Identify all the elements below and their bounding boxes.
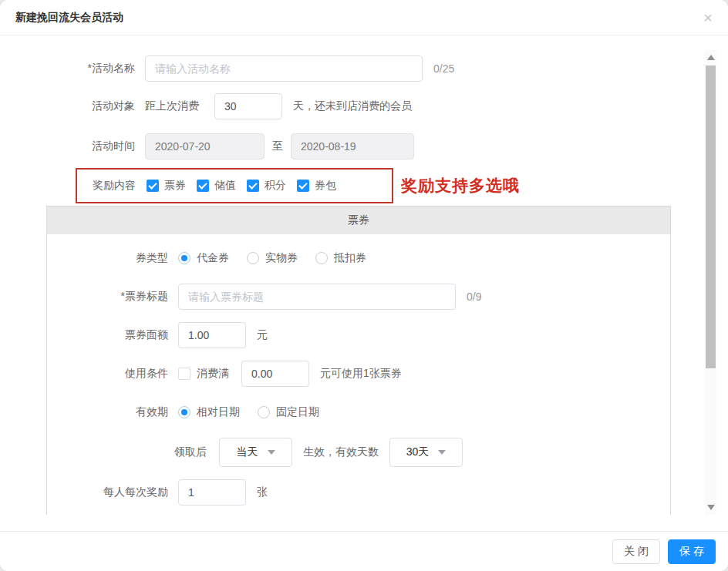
chevron-down-icon [438,450,446,455]
ticket-value-input[interactable] [178,322,246,348]
radio-icon[interactable] [247,252,259,264]
scroll-down-icon[interactable] [707,505,715,510]
reward-per-person-row: 每人每次奖励 张 [47,479,670,506]
radio-selected-icon[interactable] [178,252,190,264]
reward-count-unit: 张 [257,485,268,499]
use-condition-row: 使用条件 消费满 元可使用1张票券 [47,361,670,387]
coupon-type-deduction-voucher[interactable]: 抵扣券 [315,251,366,265]
valid-days-select[interactable]: 30天 [389,438,463,467]
validity-row: 有效期 相对日期 固定日期 [47,399,670,425]
effective-prefix: 领取后 [174,445,207,459]
reward-content-label: 奖励内容 [93,179,136,193]
ticket-panel-header: 票券 [47,207,670,234]
ticket-title-input[interactable] [178,284,456,310]
radio-icon[interactable] [258,406,270,418]
ticket-panel: 票券 券类型 代金券 实物券 抵扣券 [46,206,671,515]
ticket-title-counter: 0/9 [467,291,481,303]
save-button[interactable]: 保 存 [668,539,716,564]
coupon-type-physical-voucher[interactable]: 实物券 [247,251,298,265]
radio-icon[interactable] [315,252,328,264]
reward-option-points[interactable]: 积分 [247,179,286,193]
activity-name-label: *活动名称 [0,62,135,76]
ticket-value-unit: 元 [257,328,268,342]
end-date-input[interactable] [291,133,414,160]
close-button[interactable]: 关 闭 [612,539,660,564]
reward-option-coupon-pack[interactable]: 券包 [297,179,336,193]
chevron-down-icon [268,450,275,455]
vertical-scrollbar[interactable] [705,50,716,515]
modal-body: *活动名称 0/25 活动对象 距上次消费 天，还未到店消费的会员 活动时间 至… [0,36,728,530]
checkbox-unchecked-icon[interactable] [178,368,190,380]
validity-label: 有效期 [47,405,168,419]
effective-row: 领取后 当天 生效，有效天数 30天 [47,438,670,467]
use-condition-checkbox-label: 消费满 [197,367,229,381]
activity-target-suffix: 天，还未到店消费的会员 [293,99,412,113]
start-date-input[interactable] [145,133,265,160]
checkbox-checked-icon[interactable] [147,180,159,192]
activity-time-label: 活动时间 [0,139,135,153]
reward-content-row: 奖励内容 票券 储值 积分 券包 奖励支持多选哦 [0,168,728,203]
checkbox-checked-icon[interactable] [197,180,209,192]
use-condition-suffix: 元可使用1张票券 [320,367,402,381]
activity-name-input[interactable] [145,55,423,82]
reward-per-person-label: 每人每次奖励 [47,485,168,499]
effective-middle: 生效，有效天数 [303,445,379,459]
validity-relative-date[interactable]: 相对日期 [178,405,240,419]
ticket-title-label: *票券标题 [47,290,168,304]
activity-name-row: *活动名称 0/25 [0,55,728,82]
ticket-title-row: *票券标题 0/9 [47,284,670,310]
create-activity-modal: 新建挽回流失会员活动 × *活动名称 0/25 活动对象 距上次消费 天，还未到… [0,0,728,571]
modal-header: 新建挽回流失会员活动 × [0,0,728,35]
days-since-last-purchase-input[interactable] [214,93,282,119]
use-condition-label: 使用条件 [47,367,168,381]
activity-target-prefix: 距上次消费 [145,99,199,113]
activity-target-label: 活动对象 [0,99,135,113]
date-separator: 至 [272,139,283,153]
checkbox-checked-icon[interactable] [247,180,259,192]
reward-highlight-box: 奖励内容 票券 储值 积分 券包 [76,168,393,203]
close-icon[interactable]: × [703,10,713,25]
reward-count-input[interactable] [178,479,246,506]
validity-fixed-date[interactable]: 固定日期 [258,405,319,419]
multi-select-annotation: 奖励支持多选哦 [401,175,520,196]
coupon-type-row: 券类型 代金券 实物券 抵扣券 [47,245,670,271]
reward-option-stored-value[interactable]: 储值 [197,179,236,193]
scroll-up-icon[interactable] [707,55,715,60]
ticket-value-label: 票券面额 [47,328,168,342]
activity-target-row: 活动对象 距上次消费 天，还未到店消费的会员 [0,93,728,119]
coupon-type-cash-voucher[interactable]: 代金券 [178,251,229,265]
modal-title: 新建挽回流失会员活动 [15,11,123,25]
min-spend-input[interactable] [241,361,309,387]
reward-option-ticket[interactable]: 票券 [147,179,186,193]
radio-selected-icon[interactable] [178,406,190,418]
checkbox-checked-icon[interactable] [297,180,309,192]
modal-footer: 关 闭 保 存 [0,531,728,571]
coupon-type-label: 券类型 [47,251,168,265]
activity-time-row: 活动时间 至 [0,133,728,160]
ticket-value-row: 票券面额 元 [47,322,670,348]
scrollbar-thumb[interactable] [706,65,716,368]
activity-name-counter: 0/25 [433,62,454,75]
effective-when-select[interactable]: 当天 [219,438,292,467]
